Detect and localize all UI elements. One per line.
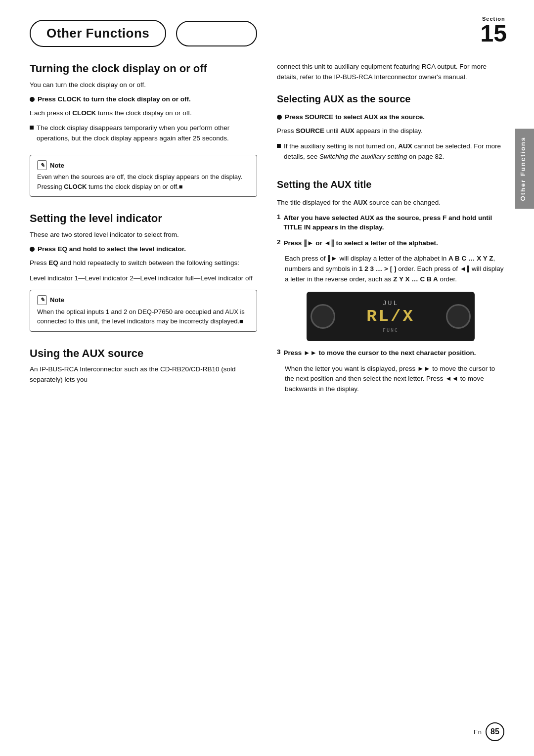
zyx-bold: Z Y X … C B A [393, 275, 438, 283]
sidebar-label: Other Functions [515, 129, 534, 209]
bullet-square-icon [30, 126, 34, 130]
aux-italic: Switching the auxiliary setting [319, 153, 407, 160]
right-column: connect this unit to auxiliary equipment… [277, 62, 504, 400]
select-aux-heading: Selecting AUX as the source [277, 92, 504, 105]
select-aux-sq-body: If the auxiliary setting is not turned o… [284, 141, 504, 162]
level-sub1-heading: Press EQ and hold to select the level in… [38, 245, 186, 253]
step3-body: When the letter you want is displayed, p… [277, 364, 504, 395]
aux-title-intro: The title displayed for the AUX source c… [277, 198, 504, 208]
clock-sub1-heading-row: Press CLOCK to turn the clock display on… [30, 95, 257, 105]
right-knob [446, 304, 471, 329]
select-aux-body1: Press SOURCE until AUX appears in the di… [277, 126, 504, 136]
clock-note-bold: CLOCK [64, 183, 87, 190]
display-top-text: JUL [383, 300, 399, 307]
step2-body: Each press of ‖► will display a letter o… [277, 254, 504, 285]
aux-title-heading: Setting the AUX title [277, 178, 504, 191]
display-center: JUL RL/X FUNC [366, 300, 415, 333]
page-header: Other Functions [30, 20, 504, 47]
step2-row: 2 Press ‖► or ◄‖ to select a letter of t… [277, 238, 504, 251]
clock-sub1-heading: Press CLOCK to turn the clock display on… [38, 95, 191, 103]
note-icon: ✎ [37, 160, 47, 170]
bullet-circle-icon3 [277, 115, 282, 120]
aux-bold: AUX [340, 127, 355, 134]
step1-row: 1 After you have selected AUX as the sou… [277, 213, 504, 235]
clock-sq-row: The clock display disappears temporarily… [30, 123, 257, 149]
level-body1: Press EQ and hold repeatedly to switch b… [30, 258, 257, 268]
step1-text: After you have selected AUX as the sourc… [284, 213, 504, 232]
main-content: Turning the clock display on or off You … [30, 62, 504, 400]
aux-bold2: AUX [398, 142, 412, 150]
note-icon2: ✎ [37, 295, 47, 305]
header-left: Other Functions [30, 20, 257, 47]
left-knob [311, 304, 335, 329]
abc-bold: A B C … X Y Z [448, 255, 493, 262]
num-bold: 1 2 3 … > [ ] [359, 265, 396, 272]
aux-display-image: JUL RL/X FUNC [307, 292, 475, 341]
bullet-circle-icon [30, 97, 35, 102]
level-sub1-heading-row: Press EQ and hold to select the level in… [30, 245, 257, 255]
aux-source-heading: Using the AUX source [30, 347, 257, 361]
left-column: Turning the clock display on or off You … [30, 62, 257, 400]
clock-heading: Turning the clock display on or off [30, 62, 257, 76]
level-note-body: When the optical inputs 1 and 2 on DEQ-P… [37, 308, 245, 325]
aux-source-cont: connect this unit to auxiliary equipment… [277, 62, 504, 83]
page-footer: En 85 [474, 722, 504, 741]
clock-body1: Each press of CLOCK turns the clock disp… [30, 108, 257, 119]
display-container: JUL RL/X FUNC [277, 292, 504, 341]
display-main-text: RL/X [366, 307, 415, 326]
display-bottom-text: FUNC [383, 328, 399, 333]
step3-heading: Press ►► to move the cursor to the next … [284, 348, 476, 358]
step3-row: 3 Press ►► to move the cursor to the nex… [277, 348, 504, 361]
step2-heading: Press ‖► or ◄‖ to select a letter of the… [284, 238, 438, 248]
step1-num: 1 [277, 213, 281, 235]
step2-num: 2 [277, 238, 281, 251]
clock-note-body2: turns the clock display on or off. [87, 183, 178, 190]
clock-note-title: ✎ Note [37, 160, 250, 170]
clock-sq-body: The clock display disappears temporarily… [37, 123, 257, 144]
clock-note-end: ■ [179, 183, 183, 190]
section-pill: Other Functions [30, 20, 166, 47]
section-clock: Turning the clock display on or off You … [30, 62, 257, 197]
page: Other Functions Section 15 Other Functio… [0, 0, 534, 756]
aux-title-bold: AUX [354, 199, 368, 206]
section-aux-source: Using the AUX source An IP-BUS-RCA Inter… [30, 347, 257, 385]
level-note-title: ✎ Note [37, 295, 250, 305]
clock-note: ✎ Note Even when the sources are off, th… [30, 155, 257, 197]
section-aux-title: Setting the AUX title The title displaye… [277, 178, 504, 395]
clock-bold1: CLOCK [72, 109, 96, 117]
step3-num: 3 [277, 348, 281, 361]
level-heading: Setting the level indicator [30, 212, 257, 226]
footer-lang: En [474, 728, 482, 736]
level-bold1: EQ [48, 259, 58, 267]
level-note: ✎ Note When the optical inputs 1 and 2 o… [30, 290, 257, 332]
level-note-end: ■ [239, 317, 243, 325]
bullet-circle-icon2 [30, 247, 35, 252]
page-number: 85 [486, 722, 504, 741]
clock-intro: You can turn the clock display on or off… [30, 80, 257, 90]
select-aux-sub1-row: Press SOURCE to select AUX as the source… [277, 113, 504, 123]
select-aux-sub1-heading: Press SOURCE to select AUX as the source… [285, 113, 425, 121]
section-select-aux: Selecting AUX as the source Press SOURCE… [277, 92, 504, 167]
level-list: Level indicator 1—Level indicator 2—Leve… [30, 273, 257, 284]
section-number: 15 [481, 22, 507, 45]
source-bold: SOURCE [296, 127, 324, 134]
select-aux-sq-row: If the auxiliary setting is not turned o… [277, 141, 504, 167]
section-level: Setting the level indicator These are tw… [30, 212, 257, 331]
blank-pill [176, 21, 257, 46]
section-badge: Section 15 [481, 16, 507, 45]
aux-source-intro: An IP-BUS-RCA Interconnector such as the… [30, 364, 257, 385]
level-intro: These are two stored level indicator to … [30, 230, 257, 240]
bullet-square-icon2 [277, 144, 281, 148]
